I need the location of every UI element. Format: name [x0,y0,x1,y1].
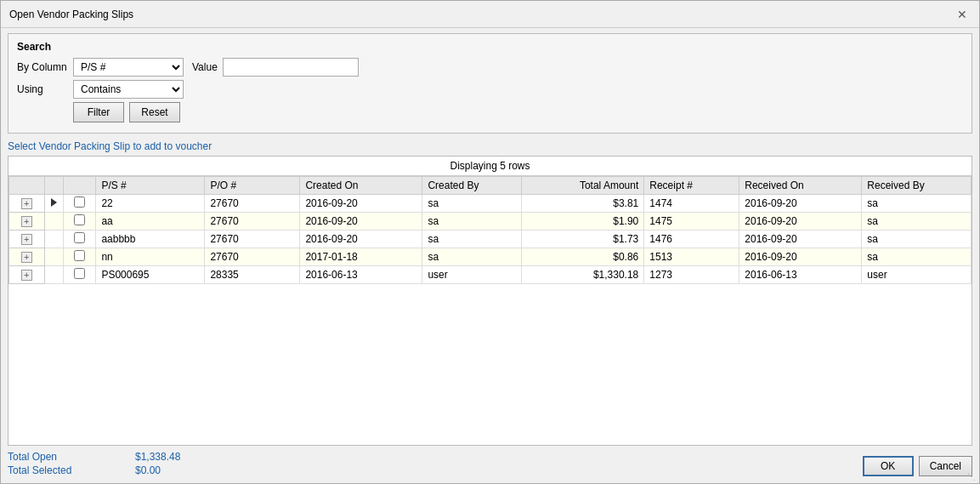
created-on-cell: 2016-09-20 [300,231,422,248]
received-by-cell: sa [862,213,972,231]
received-by-cell: sa [862,231,972,248]
col-created-on: Created On [300,177,422,195]
arrow-cell [44,266,63,284]
col-po: P/O # [205,177,300,195]
po-cell: 27670 [205,195,300,213]
created-by-cell: sa [422,231,522,248]
using-label: Using [17,83,68,95]
created-by-cell: user [422,266,522,284]
expand-cell[interactable]: + [9,213,45,231]
table-row[interactable]: +aa276702016-09-20sa$1.9014752016-09-20s… [9,213,972,231]
arrow-cell [44,231,63,248]
ps-cell: aa [96,213,205,231]
footer: Total Open $1,338.48 Total Selected $0.0… [1,446,979,483]
table-row[interactable]: +aabbbb276702016-09-20sa$1.7314762016-09… [9,231,972,248]
receipt-cell: 1273 [644,266,739,284]
table-row[interactable]: +22276702016-09-20sa$3.8114742016-09-20s… [9,195,972,213]
ok-button[interactable]: OK [863,456,914,476]
ps-cell: 22 [96,195,205,213]
reset-button[interactable]: Reset [129,102,180,122]
total-amount-cell: $3.81 [522,195,644,213]
received-by-cell: sa [862,248,972,266]
total-selected-label: Total Selected [8,464,84,476]
table-wrap[interactable]: P/S # P/O # Created On Created By Total … [8,176,972,442]
row-checkbox[interactable] [74,250,85,261]
col-received-by: Received By [862,177,972,195]
expand-icon: + [21,270,32,281]
value-label: Value [192,61,218,73]
checkbox-cell[interactable] [63,248,95,266]
col-created-by: Created By [422,177,522,195]
received-on-cell: 2016-09-20 [739,213,862,231]
checkbox-cell[interactable] [63,213,95,231]
table-row[interactable]: +nn276702017-01-18sa$0.8615132016-09-20s… [9,248,972,266]
arrow-cell [44,248,63,266]
total-open-label: Total Open [8,451,84,463]
ps-cell: PS000695 [96,266,205,284]
created-by-cell: sa [422,213,522,231]
expand-icon: + [21,234,32,245]
total-open-value: $1,338.48 [135,451,180,463]
filter-button[interactable]: Filter [73,102,124,122]
expand-cell[interactable]: + [9,248,45,266]
table-section: Displaying 5 rows P/S # P/O # Created On… [8,156,972,446]
created-by-cell: sa [422,195,522,213]
po-cell: 27670 [205,248,300,266]
title-bar: Open Vendor Packing Slips ✕ [1,1,979,28]
created-on-cell: 2016-09-20 [300,213,422,231]
dialog: Open Vendor Packing Slips ✕ Search By Co… [0,0,980,484]
using-select[interactable]: Contains Starts With Equals [73,80,184,99]
expand-icon: + [21,198,32,209]
receipt-cell: 1474 [644,195,739,213]
by-column-select[interactable]: P/S # P/O # Created On Created By Total … [73,58,184,77]
total-amount-cell: $1.73 [522,231,644,248]
dialog-title: Open Vendor Packing Slips [9,9,133,20]
po-cell: 28335 [205,266,300,284]
expand-cell[interactable]: + [9,195,45,213]
total-selected-value: $0.00 [135,464,161,476]
received-on-cell: 2016-09-20 [739,231,862,248]
col-checkbox [63,177,95,195]
arrow-cell [44,195,63,213]
arrow-cell [44,213,63,231]
row-checkbox[interactable] [74,196,85,208]
cancel-button[interactable]: Cancel [919,456,972,476]
ps-cell: nn [96,248,205,266]
col-arrow [44,177,63,195]
expand-cell[interactable]: + [9,231,45,248]
col-total-amount: Total Amount [522,177,644,195]
col-expand [9,177,45,195]
expand-cell[interactable]: + [9,266,45,284]
row-checkbox[interactable] [74,214,85,225]
packing-slips-table: P/S # P/O # Created On Created By Total … [8,176,972,284]
received-by-cell: sa [862,195,972,213]
totals-section: Total Open $1,338.48 Total Selected $0.0… [8,451,180,476]
row-checkbox[interactable] [74,232,85,243]
total-amount-cell: $0.86 [522,248,644,266]
search-section: Search By Column P/S # P/O # Created On … [8,33,972,134]
received-on-cell: 2016-06-13 [739,266,862,284]
checkbox-cell[interactable] [63,195,95,213]
select-prompt: Select Vendor Packing Slip to add to vou… [8,140,972,152]
resize-handle[interactable]: ⋱ [967,472,976,481]
po-cell: 27670 [205,231,300,248]
close-button[interactable]: ✕ [954,9,971,20]
search-title: Search [17,41,963,53]
col-ps: P/S # [96,177,205,195]
receipt-cell: 1475 [644,213,739,231]
checkbox-cell[interactable] [63,231,95,248]
table-row[interactable]: +PS000695283352016-06-13user$1,330.18127… [9,266,972,284]
receipt-cell: 1476 [644,231,739,248]
ps-cell: aabbbb [96,231,205,248]
checkbox-cell[interactable] [63,266,95,284]
displaying-rows-label: Displaying 5 rows [8,157,972,176]
footer-buttons: OK Cancel [863,456,972,476]
created-on-cell: 2017-01-18 [300,248,422,266]
received-on-cell: 2016-09-20 [739,195,862,213]
total-open-row: Total Open $1,338.48 [8,451,180,463]
po-cell: 27670 [205,213,300,231]
value-input[interactable] [223,58,359,77]
row-checkbox[interactable] [74,268,85,279]
created-on-cell: 2016-09-20 [300,195,422,213]
created-on-cell: 2016-06-13 [300,266,422,284]
